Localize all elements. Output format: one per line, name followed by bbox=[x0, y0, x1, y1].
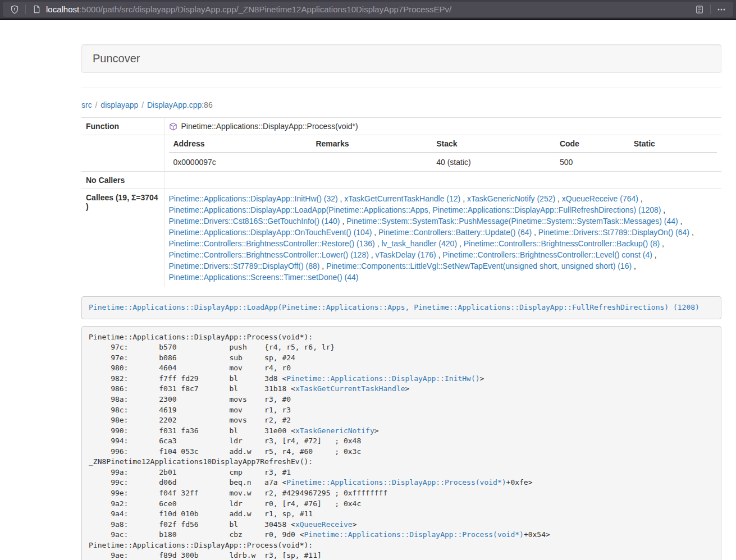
cell-stack: 40 (static) bbox=[432, 153, 555, 171]
column-code: Code bbox=[555, 135, 629, 153]
callee-link[interactable]: Pinetime::System::SystemTask::PushMessag… bbox=[346, 217, 678, 226]
breadcrumb-separator: / bbox=[92, 100, 101, 109]
no-callers-row: No Callers bbox=[81, 172, 721, 189]
disassembly: Pinetime::Applications::DisplayApp::Proc… bbox=[81, 326, 721, 560]
url-path: :5000/path/src/displayapp/DisplayApp.cpp… bbox=[79, 4, 451, 14]
no-callers-label: No Callers bbox=[81, 172, 164, 189]
breadcrumb-separator: / bbox=[138, 100, 147, 109]
callee-link[interactable]: xQueueReceive (764) bbox=[562, 194, 638, 203]
urlbar-divider bbox=[25, 4, 26, 14]
column-address: Address bbox=[169, 135, 312, 153]
callee-link[interactable]: Pinetime::Controllers::BrightnessControl… bbox=[464, 239, 660, 248]
callee-link[interactable]: Pinetime::Drivers::Cst816S::GetTouchInfo… bbox=[169, 217, 340, 226]
callee-link[interactable]: Pinetime::Applications::Screens::Timer::… bbox=[169, 273, 359, 282]
column-static: Static bbox=[629, 135, 717, 153]
symbol-link[interactable]: xTaskGenericNotify bbox=[295, 426, 374, 435]
function-table: Function Pinetime::Applications::Display… bbox=[81, 117, 721, 287]
breadcrumb: src / displayapp / DisplayApp.cpp:86 bbox=[81, 100, 721, 109]
table-row: 0x0000097c 40 (static) 500 bbox=[169, 153, 717, 171]
callee-link[interactable]: Pinetime::Applications::DisplayApp::OnTo… bbox=[169, 228, 372, 237]
symbol-link[interactable]: Pinetime::Applications::DisplayApp::Init… bbox=[286, 374, 479, 383]
stats-label-spacer bbox=[81, 135, 164, 172]
breadcrumb-link[interactable]: DisplayApp.cpp bbox=[147, 100, 202, 109]
browser-toolbar: localhost:5000/path/src/displayapp/Displ… bbox=[0, 0, 736, 19]
function-row: Function Pinetime::Applications::Display… bbox=[81, 118, 721, 135]
callee-link[interactable]: Pinetime::Applications::DisplayApp::Init… bbox=[169, 194, 338, 203]
callee-link[interactable]: lv_task_handler (420) bbox=[381, 239, 457, 248]
symbol-link[interactable]: xQueueReceive bbox=[295, 520, 353, 529]
callee-link[interactable]: xTaskGetCurrentTaskHandle (12) bbox=[344, 194, 460, 203]
reader-mode-icon[interactable] bbox=[693, 3, 706, 16]
callee-link[interactable]: Pinetime::Drivers::St7789::DisplayOff() … bbox=[169, 261, 320, 270]
callee-link[interactable]: xTaskGenericNotify (252) bbox=[467, 194, 555, 203]
callee-link[interactable]: Pinetime::Applications::DisplayApp::Load… bbox=[169, 205, 661, 214]
callee-link[interactable]: vTaskDelay (176) bbox=[376, 250, 436, 259]
stats-table: Address Remarks Stack Code Static 0x0000… bbox=[169, 135, 717, 171]
page-container: Puncover src / displayapp / DisplayApp.c… bbox=[81, 20, 721, 560]
cell-code: 500 bbox=[555, 153, 629, 171]
callee-link[interactable]: Pinetime::Drivers::St7789::DisplayOn() (… bbox=[538, 228, 689, 237]
url-bar[interactable]: localhost:5000/path/src/displayapp/Displ… bbox=[3, 2, 733, 17]
breadcrumb-line-number: :86 bbox=[202, 100, 212, 109]
callee-link[interactable]: Pinetime::Controllers::Battery::Update()… bbox=[378, 228, 532, 237]
column-stack: Stack bbox=[432, 135, 555, 153]
callee-link[interactable]: Pinetime::Components::LittleVgl::SetNewT… bbox=[326, 261, 632, 270]
breadcrumb-link[interactable]: displayapp bbox=[100, 100, 138, 109]
shield-icon[interactable] bbox=[8, 3, 21, 16]
cell-address: 0x0000097c bbox=[169, 153, 312, 171]
url-text[interactable]: localhost:5000/path/src/displayapp/Displ… bbox=[46, 4, 693, 14]
callees-list: Pinetime::Applications::DisplayApp::Init… bbox=[164, 189, 721, 287]
cell-remarks bbox=[311, 153, 432, 171]
callee-link[interactable]: Pinetime::Controllers::BrightnessControl… bbox=[169, 250, 369, 259]
page-info-icon[interactable] bbox=[30, 3, 43, 16]
callees-label: Callees (19, Σ=3704 ) bbox=[81, 189, 164, 287]
highlighted-callee-link[interactable]: Pinetime::Applications::DisplayApp::Load… bbox=[89, 303, 700, 311]
callee-link[interactable]: Pinetime::Controllers::BrightnessControl… bbox=[169, 239, 375, 248]
callee-link[interactable]: Pinetime::Controllers::BrightnessControl… bbox=[442, 250, 652, 259]
page-actions-divider bbox=[710, 4, 711, 14]
callees-row: Callees (19, Σ=3704 ) Pinetime::Applicat… bbox=[81, 189, 721, 287]
symbol-link[interactable]: xTaskGetCurrentTaskHandle bbox=[295, 384, 405, 393]
symbol-link[interactable]: Pinetime::Applications::DisplayApp::Proc… bbox=[286, 478, 506, 486]
column-remarks: Remarks bbox=[311, 135, 432, 153]
header-divider bbox=[81, 88, 721, 88]
page-title: Puncover bbox=[93, 52, 710, 65]
function-cube-icon bbox=[169, 122, 177, 131]
url-host: localhost bbox=[46, 4, 79, 14]
function-name: Pinetime::Applications::DisplayApp::Proc… bbox=[181, 122, 358, 131]
cell-static bbox=[629, 153, 717, 171]
symbol-link[interactable]: Pinetime::Applications::DisplayApp::Proc… bbox=[304, 530, 524, 539]
highlighted-callee-box: Pinetime::Applications::DisplayApp::Load… bbox=[81, 296, 721, 319]
stats-row: Address Remarks Stack Code Static 0x0000… bbox=[81, 135, 721, 172]
site-header-panel: Puncover bbox=[81, 44, 721, 73]
breadcrumb-link[interactable]: src bbox=[81, 100, 92, 109]
page-actions-menu-icon[interactable] bbox=[715, 3, 728, 16]
function-label: Function bbox=[81, 118, 164, 135]
